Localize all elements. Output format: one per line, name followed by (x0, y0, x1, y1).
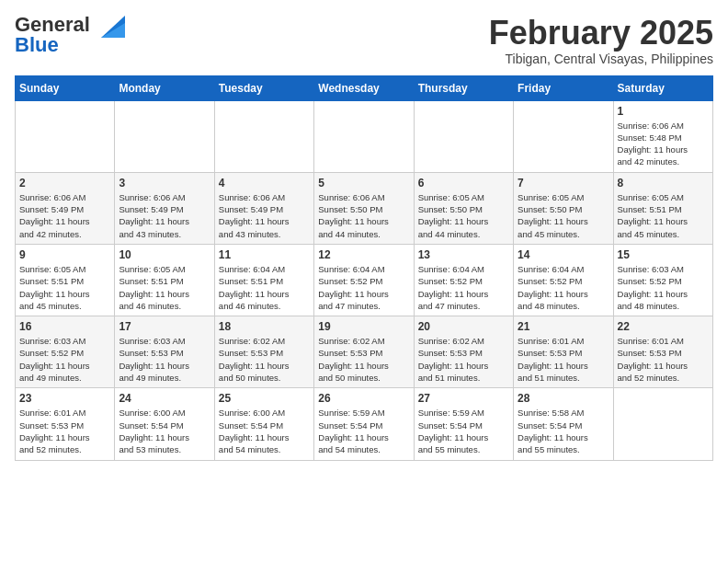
day-number: 15 (618, 248, 709, 261)
weekday-header-tuesday: Tuesday (214, 75, 313, 100)
day-info: Sunrise: 6:05 AM Sunset: 5:50 PM Dayligh… (418, 191, 509, 240)
location: Tibigan, Central Visayas, Philippines (489, 52, 713, 66)
day-info: Sunrise: 6:00 AM Sunset: 5:54 PM Dayligh… (219, 407, 310, 455)
calendar-cell: 4Sunrise: 6:06 AM Sunset: 5:49 PM Daylig… (214, 172, 313, 244)
day-number: 10 (119, 248, 210, 261)
day-info: Sunrise: 6:02 AM Sunset: 5:53 PM Dayligh… (318, 335, 409, 384)
day-info: Sunrise: 6:05 AM Sunset: 5:51 PM Dayligh… (19, 263, 110, 312)
day-info: Sunrise: 6:03 AM Sunset: 5:52 PM Dayligh… (19, 335, 110, 384)
day-number: 20 (418, 320, 509, 333)
calendar-cell: 7Sunrise: 6:05 AM Sunset: 5:50 PM Daylig… (514, 172, 613, 244)
calendar-cell: 15Sunrise: 6:03 AM Sunset: 5:52 PM Dayli… (613, 244, 712, 316)
calendar-cell: 28Sunrise: 5:58 AM Sunset: 5:54 PM Dayli… (514, 388, 613, 460)
calendar-cell: 17Sunrise: 6:03 AM Sunset: 5:53 PM Dayli… (115, 316, 214, 388)
day-number: 12 (318, 248, 409, 261)
calendar-cell: 24Sunrise: 6:00 AM Sunset: 5:54 PM Dayli… (115, 388, 214, 460)
day-number: 13 (418, 248, 509, 261)
day-number: 18 (219, 320, 310, 333)
calendar-table: SundayMondayTuesdayWednesdayThursdayFrid… (15, 75, 713, 461)
day-info: Sunrise: 6:04 AM Sunset: 5:52 PM Dayligh… (318, 263, 409, 312)
calendar-cell (314, 100, 414, 172)
calendar-cell: 22Sunrise: 6:01 AM Sunset: 5:53 PM Dayli… (613, 316, 712, 388)
calendar-cell: 16Sunrise: 6:03 AM Sunset: 5:52 PM Dayli… (16, 316, 115, 388)
calendar-cell: 5Sunrise: 6:06 AM Sunset: 5:50 PM Daylig… (314, 172, 414, 244)
calendar-cell: 18Sunrise: 6:02 AM Sunset: 5:53 PM Dayli… (214, 316, 313, 388)
calendar-cell: 21Sunrise: 6:01 AM Sunset: 5:53 PM Dayli… (514, 316, 613, 388)
day-number: 21 (518, 320, 609, 333)
day-info: Sunrise: 6:05 AM Sunset: 5:51 PM Dayligh… (119, 263, 210, 312)
day-number: 27 (418, 392, 509, 405)
day-info: Sunrise: 6:06 AM Sunset: 5:49 PM Dayligh… (19, 191, 110, 240)
day-number: 24 (119, 392, 210, 405)
calendar-cell (414, 100, 513, 172)
day-number: 9 (19, 248, 110, 261)
calendar-week-2: 9Sunrise: 6:05 AM Sunset: 5:51 PM Daylig… (16, 244, 713, 316)
calendar-cell: 6Sunrise: 6:05 AM Sunset: 5:50 PM Daylig… (414, 172, 513, 244)
calendar-week-1: 2Sunrise: 6:06 AM Sunset: 5:49 PM Daylig… (16, 172, 713, 244)
day-info: Sunrise: 6:04 AM Sunset: 5:51 PM Dayligh… (219, 263, 310, 312)
day-info: Sunrise: 6:00 AM Sunset: 5:54 PM Dayligh… (119, 407, 210, 455)
weekday-header-monday: Monday (115, 75, 214, 100)
day-number: 5 (318, 177, 409, 190)
day-info: Sunrise: 6:03 AM Sunset: 5:52 PM Dayligh… (618, 263, 709, 312)
calendar-cell: 19Sunrise: 6:02 AM Sunset: 5:53 PM Dayli… (314, 316, 414, 388)
day-info: Sunrise: 6:06 AM Sunset: 5:48 PM Dayligh… (618, 120, 709, 168)
calendar-week-0: 1Sunrise: 6:06 AM Sunset: 5:48 PM Daylig… (16, 100, 713, 172)
day-number: 16 (19, 320, 110, 333)
day-info: Sunrise: 6:02 AM Sunset: 5:53 PM Dayligh… (418, 335, 509, 384)
calendar-cell (16, 100, 115, 172)
day-number: 6 (418, 177, 509, 190)
logo-icon (92, 16, 125, 41)
day-info: Sunrise: 6:06 AM Sunset: 5:50 PM Dayligh… (318, 191, 409, 240)
logo-blue: Blue (15, 33, 59, 56)
calendar-cell: 26Sunrise: 5:59 AM Sunset: 5:54 PM Dayli… (314, 388, 414, 460)
page-header: General Blue February 2025 Tibigan, Cent… (15, 15, 713, 66)
day-info: Sunrise: 5:59 AM Sunset: 5:54 PM Dayligh… (418, 407, 509, 455)
day-number: 22 (618, 320, 709, 333)
weekday-header-saturday: Saturday (613, 75, 712, 100)
day-number: 1 (618, 105, 709, 118)
day-info: Sunrise: 6:05 AM Sunset: 5:50 PM Dayligh… (518, 191, 609, 240)
weekday-header-thursday: Thursday (414, 75, 513, 100)
calendar-cell: 11Sunrise: 6:04 AM Sunset: 5:51 PM Dayli… (214, 244, 313, 316)
calendar-cell: 13Sunrise: 6:04 AM Sunset: 5:52 PM Dayli… (414, 244, 513, 316)
calendar-cell (514, 100, 613, 172)
calendar-week-4: 23Sunrise: 6:01 AM Sunset: 5:53 PM Dayli… (16, 388, 713, 460)
calendar-cell: 2Sunrise: 6:06 AM Sunset: 5:49 PM Daylig… (16, 172, 115, 244)
calendar-cell: 25Sunrise: 6:00 AM Sunset: 5:54 PM Dayli… (214, 388, 313, 460)
day-info: Sunrise: 6:01 AM Sunset: 5:53 PM Dayligh… (518, 335, 609, 384)
title-block: February 2025 Tibigan, Central Visayas, … (489, 15, 713, 66)
day-info: Sunrise: 6:02 AM Sunset: 5:53 PM Dayligh… (219, 335, 310, 384)
calendar-cell: 10Sunrise: 6:05 AM Sunset: 5:51 PM Dayli… (115, 244, 214, 316)
day-info: Sunrise: 6:01 AM Sunset: 5:53 PM Dayligh… (618, 335, 709, 384)
day-info: Sunrise: 6:06 AM Sunset: 5:49 PM Dayligh… (219, 191, 310, 240)
day-number: 14 (518, 248, 609, 261)
calendar-cell: 27Sunrise: 5:59 AM Sunset: 5:54 PM Dayli… (414, 388, 513, 460)
weekday-header-friday: Friday (514, 75, 613, 100)
day-number: 3 (119, 177, 210, 190)
day-number: 23 (19, 392, 110, 405)
calendar-cell: 23Sunrise: 6:01 AM Sunset: 5:53 PM Dayli… (16, 388, 115, 460)
day-number: 17 (119, 320, 210, 333)
day-info: Sunrise: 6:05 AM Sunset: 5:51 PM Dayligh… (618, 191, 709, 240)
day-info: Sunrise: 6:04 AM Sunset: 5:52 PM Dayligh… (418, 263, 509, 312)
day-number: 28 (518, 392, 609, 405)
calendar-cell: 9Sunrise: 6:05 AM Sunset: 5:51 PM Daylig… (16, 244, 115, 316)
day-number: 8 (618, 177, 709, 190)
calendar-cell: 14Sunrise: 6:04 AM Sunset: 5:52 PM Dayli… (514, 244, 613, 316)
day-info: Sunrise: 6:03 AM Sunset: 5:53 PM Dayligh… (119, 335, 210, 384)
weekday-header-wednesday: Wednesday (314, 75, 414, 100)
month-title: February 2025 (489, 15, 713, 52)
calendar-cell: 12Sunrise: 6:04 AM Sunset: 5:52 PM Dayli… (314, 244, 414, 316)
day-number: 4 (219, 177, 310, 190)
calendar-week-3: 16Sunrise: 6:03 AM Sunset: 5:52 PM Dayli… (16, 316, 713, 388)
weekday-header-row: SundayMondayTuesdayWednesdayThursdayFrid… (16, 75, 713, 100)
logo: General Blue (15, 15, 125, 55)
day-number: 19 (318, 320, 409, 333)
day-info: Sunrise: 5:59 AM Sunset: 5:54 PM Dayligh… (318, 407, 409, 455)
calendar-cell (115, 100, 214, 172)
day-info: Sunrise: 6:06 AM Sunset: 5:49 PM Dayligh… (119, 191, 210, 240)
day-info: Sunrise: 6:04 AM Sunset: 5:52 PM Dayligh… (518, 263, 609, 312)
calendar-cell (613, 388, 712, 460)
calendar-cell: 1Sunrise: 6:06 AM Sunset: 5:48 PM Daylig… (613, 100, 712, 172)
